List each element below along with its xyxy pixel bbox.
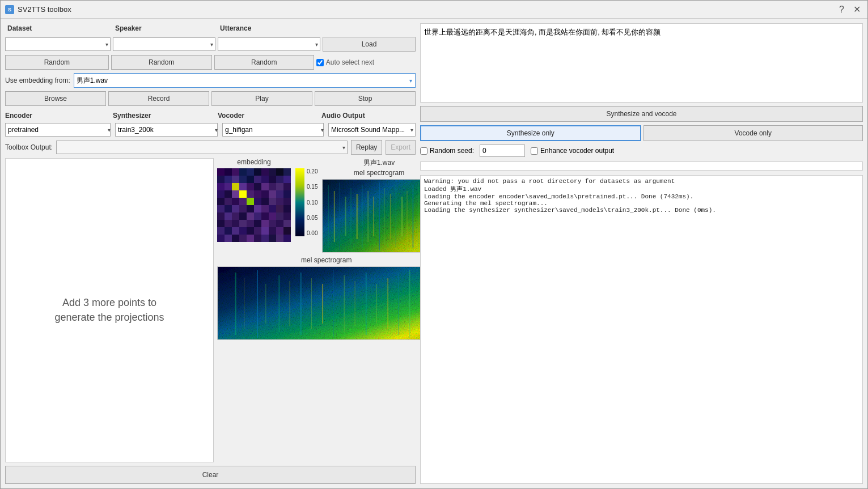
svg-rect-102 — [328, 185, 329, 248]
browse-row: Browse Record Play Stop — [5, 91, 416, 106]
embedding-section: embedding — [217, 158, 435, 253]
mel-spectrogram-1 — [322, 179, 435, 253]
random-row: Random Random Random Auto select next — [5, 55, 416, 70]
svg-rect-82 — [225, 227, 232, 235]
svg-rect-113 — [390, 194, 391, 239]
svg-rect-95 — [247, 235, 254, 242]
svg-rect-75 — [247, 220, 254, 227]
colorbar-label-2: 0.10 — [307, 199, 317, 206]
random-utterance-button[interactable]: Random — [214, 55, 314, 70]
export-button[interactable]: Export — [386, 140, 416, 155]
svg-rect-116 — [407, 191, 408, 242]
toolbox-output-dropdown[interactable] — [56, 141, 348, 154]
main-content: Dataset Speaker Utterance — [1, 19, 867, 488]
svg-rect-65 — [247, 212, 254, 220]
synthesizer-dropdown-wrapper: train3_200k — [115, 123, 220, 137]
svg-rect-10 — [283, 168, 291, 176]
random-seed-checkbox[interactable] — [420, 147, 427, 155]
right-viz-area: embedding — [217, 158, 435, 462]
enhance-checkbox[interactable] — [531, 147, 538, 155]
svg-rect-70 — [283, 212, 291, 220]
svg-rect-33 — [232, 190, 239, 198]
utterance-dropdown-wrapper — [218, 37, 320, 51]
utterance-dropdown[interactable] — [218, 37, 320, 51]
svg-rect-45 — [247, 198, 254, 205]
svg-rect-121 — [218, 267, 435, 340]
svg-rect-130 — [322, 284, 323, 324]
load-button[interactable]: Load — [323, 37, 416, 52]
svg-rect-134 — [366, 273, 367, 335]
use-embedding-select[interactable]: 男声1.wav — [74, 73, 416, 88]
svg-rect-109 — [368, 191, 369, 242]
svg-rect-64 — [239, 212, 247, 220]
svg-rect-123 — [244, 278, 244, 329]
svg-rect-1 — [217, 168, 225, 176]
auto-select-checkbox[interactable] — [316, 59, 324, 66]
stop-button[interactable]: Stop — [315, 91, 416, 106]
svg-rect-135 — [376, 284, 377, 324]
colorbar-labels: 0.20 0.15 0.10 0.05 0.00 — [306, 168, 317, 236]
synth-vocode-row: Synthesize only Vocode only — [420, 125, 863, 141]
synthesize-only-button[interactable]: Synthesize only — [420, 125, 641, 141]
play-button[interactable]: Play — [211, 91, 312, 106]
svg-rect-26 — [254, 183, 261, 190]
synthesizer-dropdown[interactable]: train3_200k — [115, 123, 218, 137]
svg-rect-76 — [254, 220, 261, 227]
svg-rect-21 — [217, 183, 225, 190]
seed-input[interactable] — [480, 144, 525, 157]
close-button[interactable]: ✕ — [851, 4, 863, 15]
svg-rect-91 — [217, 235, 225, 242]
svg-rect-68 — [269, 212, 276, 220]
model-labels-row: Encoder Synthesizer Vocoder Audio Output — [5, 112, 416, 120]
svg-rect-89 — [276, 227, 283, 235]
random-dataset-button[interactable]: Random — [5, 55, 109, 70]
svg-rect-114 — [396, 185, 396, 248]
projection-box: Add 3 more points to generate the projec… — [5, 158, 214, 462]
mel-spectrogram-2 — [217, 266, 435, 340]
vocode-only-button[interactable]: Vocode only — [643, 125, 863, 141]
svg-rect-112 — [384, 188, 385, 245]
svg-rect-66 — [254, 212, 261, 220]
svg-rect-20 — [283, 176, 291, 183]
svg-rect-11 — [217, 176, 225, 183]
svg-rect-24 — [239, 183, 247, 190]
svg-rect-14 — [239, 176, 247, 183]
svg-rect-136 — [387, 278, 388, 329]
svg-rect-44 — [239, 198, 247, 205]
encoder-dropdown[interactable]: pretrained — [5, 123, 111, 137]
svg-rect-127 — [290, 281, 290, 326]
browse-button[interactable]: Browse — [5, 91, 106, 106]
svg-rect-87 — [261, 227, 269, 235]
synthesize-and-vocode-button[interactable]: Synthesize and vocode — [420, 106, 863, 122]
svg-rect-59 — [276, 205, 283, 212]
svg-rect-36 — [254, 190, 261, 198]
mel-spectrogram-1-container: 男声1.wav mel spectrogram — [322, 158, 435, 253]
svg-rect-77 — [261, 220, 269, 227]
svg-rect-104 — [340, 182, 340, 250]
embedding-title: embedding — [217, 158, 291, 166]
replay-button[interactable]: Replay — [351, 140, 382, 155]
text-input[interactable]: 世界上最遥远的距离不是天涯海角, 而是我站在你面前, 却看不见你的容颜 — [420, 23, 863, 103]
random-speaker-button[interactable]: Random — [111, 55, 212, 70]
svg-rect-16 — [254, 176, 261, 183]
colorbar-label-0: 0.20 — [307, 168, 317, 175]
vocoder-dropdown[interactable]: g_hifigan — [222, 123, 324, 137]
clear-button[interactable]: Clear — [5, 466, 416, 484]
svg-rect-67 — [261, 212, 269, 220]
svg-rect-56 — [254, 205, 261, 212]
column-headers: Dataset Speaker Utterance — [5, 23, 416, 33]
svg-rect-47 — [261, 198, 269, 205]
log-output: Warning: you did not pass a root directo… — [420, 175, 863, 484]
svg-rect-49 — [276, 198, 283, 205]
svg-rect-69 — [276, 212, 283, 220]
dataset-dropdown[interactable] — [5, 37, 111, 51]
record-button[interactable]: Record — [108, 91, 209, 106]
mel-title-2: mel spectrogram — [217, 256, 435, 264]
speaker-dropdown[interactable] — [113, 37, 215, 51]
svg-rect-61 — [217, 212, 225, 220]
embedding-visualization — [217, 168, 291, 242]
help-button[interactable]: ? — [837, 4, 846, 15]
progress-bar — [420, 161, 863, 171]
audio-output-dropdown[interactable]: Microsoft Sound Mapp... — [328, 123, 416, 137]
colorbar-container: 0.20 0.15 0.10 0.05 0.00 — [295, 168, 317, 236]
